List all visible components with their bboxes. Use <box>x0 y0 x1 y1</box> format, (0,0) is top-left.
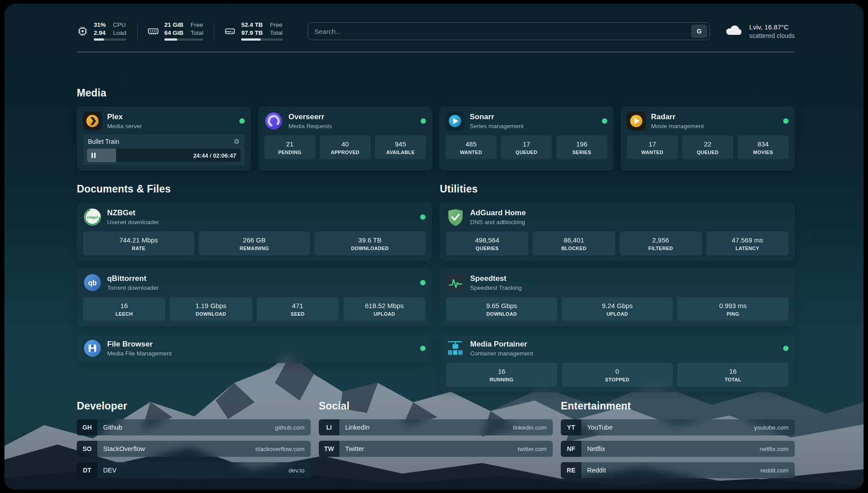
search-provider-button[interactable]: G <box>691 25 707 38</box>
gear-icon[interactable]: ⚙ <box>234 138 240 146</box>
service-description: Media File Management <box>107 350 172 357</box>
bookmark-name: YouTube <box>581 424 613 431</box>
bookmark-url: dev.to <box>288 467 311 474</box>
search-bar[interactable]: G <box>308 22 710 40</box>
service-name: Plex <box>107 113 142 121</box>
stat-queries: 498,564 QUERIES <box>446 231 528 255</box>
weather-widget: Lviv, 16.87°C scattered clouds <box>724 23 795 39</box>
bookmark-reddit[interactable]: RE Reddit reddit.com <box>561 462 795 478</box>
bookmark-url: linkedin.com <box>513 424 553 431</box>
pause-icon[interactable] <box>92 153 96 158</box>
bookmark-name: DEV <box>97 467 117 474</box>
stat-movies: 834 MOVIES <box>738 135 789 159</box>
service-name: NZBGet <box>107 209 159 217</box>
disk-bar <box>241 38 283 41</box>
status-dot <box>602 118 607 124</box>
service-card-overseerr[interactable]: Overseerr Media Requests 21 PENDING 40 A… <box>258 106 432 171</box>
service-card-portainer[interactable]: Media Portainer Container management 16 … <box>440 334 795 392</box>
bookmark-abbr: NF <box>561 441 581 457</box>
cpu-icon <box>77 25 88 37</box>
service-card-adguard[interactable]: AdGuard Home DNS and adblocking 498,564 … <box>440 202 795 261</box>
memory-widget: 21 GiB 64 GiB Free Total <box>147 22 214 40</box>
status-dot <box>239 118 245 124</box>
bookmark-abbr: RE <box>561 462 581 478</box>
service-card-nzbget[interactable]: nzbget NZBGet Usenet downloader 744.21 M… <box>77 202 432 261</box>
bookmark-name: StackOverflow <box>97 445 145 452</box>
stat-queued: 17 QUEUED <box>501 135 552 159</box>
bookmark-url: reddit.com <box>760 467 795 474</box>
bookmark-netflix[interactable]: NF Netflix netflix.com <box>561 441 795 457</box>
social-bookmarks: Social LI LinkedIn linkedin.com TW Twitt… <box>319 400 553 457</box>
status-dot <box>420 346 426 351</box>
stat-total: 16 TOTAL <box>677 363 789 387</box>
snow-specks <box>4 4 5 4</box>
media-cards-row: Plex Media server Bullet Train ⚙ 24:44 /… <box>77 106 795 171</box>
plex-icon <box>83 112 102 130</box>
service-description: Speedtest Tracking <box>470 284 522 291</box>
bookmark-url: youtube.com <box>754 424 795 431</box>
bookmark-twitter[interactable]: TW Twitter twitter.com <box>319 441 553 457</box>
bookmark-url: netflix.com <box>760 446 795 452</box>
svg-text:nzbget: nzbget <box>87 215 98 219</box>
cpu-label: CPU <box>113 22 126 28</box>
service-name: Overseerr <box>288 113 332 121</box>
playback-progress-bar[interactable]: 24:44 / 02:06:47 <box>87 149 241 162</box>
svg-text:qb: qb <box>88 279 96 287</box>
service-description: DNS and adblocking <box>470 219 526 226</box>
bookmark-github[interactable]: GH Github github.com <box>77 419 311 435</box>
bookmark-name: LinkedIn <box>339 424 370 431</box>
bookmark-linkedin[interactable]: LI LinkedIn linkedin.com <box>319 419 553 435</box>
memory-icon <box>147 25 159 37</box>
memory-bar-fill <box>164 38 177 41</box>
service-description: Container management <box>470 350 533 357</box>
service-card-sonarr[interactable]: Sonarr Series management 485 WANTED 17 Q… <box>439 106 613 171</box>
portainer-icon <box>446 339 465 358</box>
disk-total: 97.9 TB <box>241 30 263 36</box>
cpu-bar <box>94 38 126 41</box>
memory-free: 21 GiB <box>164 22 184 28</box>
stat-leech: 16 LEECH <box>83 297 165 321</box>
service-name: AdGuard Home <box>470 209 526 217</box>
cpu-bar-fill <box>94 38 104 41</box>
weather-condition: scattered clouds <box>749 32 795 39</box>
status-dot <box>420 280 426 285</box>
stat-running: 16 RUNNING <box>446 363 557 387</box>
service-card-plex[interactable]: Plex Media server Bullet Train ⚙ 24:44 /… <box>77 106 251 171</box>
stat-downloaded: 39.6 TB DOWNLOADED <box>314 231 426 255</box>
section-title-developer: Developer <box>77 400 311 412</box>
service-card-speedtest[interactable]: Speedtest Speedtest Tracking 9.65 Gbps D… <box>440 268 795 326</box>
app-window: 31% 2.94 CPU Load <box>4 4 864 489</box>
utilities-column: Utilities AdGuard Home <box>440 183 795 392</box>
section-title-documents: Documents & Files <box>77 183 432 195</box>
service-name: Sonarr <box>470 113 524 121</box>
search-input[interactable] <box>314 28 691 35</box>
service-card-radarr[interactable]: Radarr Movie management 17 WANTED 22 QUE… <box>621 106 795 171</box>
stat-pending: 21 PENDING <box>264 135 315 159</box>
status-dot <box>421 118 426 124</box>
bookmark-youtube[interactable]: YT YouTube youtube.com <box>561 419 795 435</box>
bookmark-name: Netflix <box>581 445 605 452</box>
cloud-icon <box>724 24 744 39</box>
nzbget-icon: nzbget <box>83 208 102 226</box>
section-title-media: Media <box>77 87 795 99</box>
stat-series: 196 SERIES <box>556 135 607 159</box>
service-description: Usenet downloader <box>107 219 159 226</box>
stat-download: 1.19 Gbps DOWNLOAD <box>170 297 252 321</box>
topbar-divider <box>77 52 795 52</box>
bookmark-dev[interactable]: DT DEV dev.to <box>77 462 311 478</box>
disk-free-label: Free <box>270 22 283 28</box>
service-card-qbittorrent[interactable]: qb qBittorrent Torrent downloader 16 LEE… <box>77 268 432 326</box>
stat-latency: 47.569 ms LATENCY <box>706 231 789 255</box>
bookmark-stackoverflow[interactable]: SO StackOverflow stackoverflow.com <box>77 441 311 457</box>
service-card-filebrowser[interactable]: File Browser Media File Management <box>77 334 432 363</box>
bookmark-name: Github <box>97 424 122 431</box>
resource-widgets: 31% 2.94 CPU Load <box>77 22 293 40</box>
documents-column: Documents & Files nzbget NZBGet Usenet d… <box>77 183 432 363</box>
memory-free-label: Free <box>191 22 204 28</box>
bookmark-abbr: YT <box>561 419 581 435</box>
disk-bar-fill <box>241 38 261 41</box>
disk-total-label: Total <box>270 30 283 36</box>
bookmark-abbr: DT <box>77 462 97 478</box>
bookmark-url: github.com <box>275 424 311 431</box>
status-dot <box>783 346 789 351</box>
